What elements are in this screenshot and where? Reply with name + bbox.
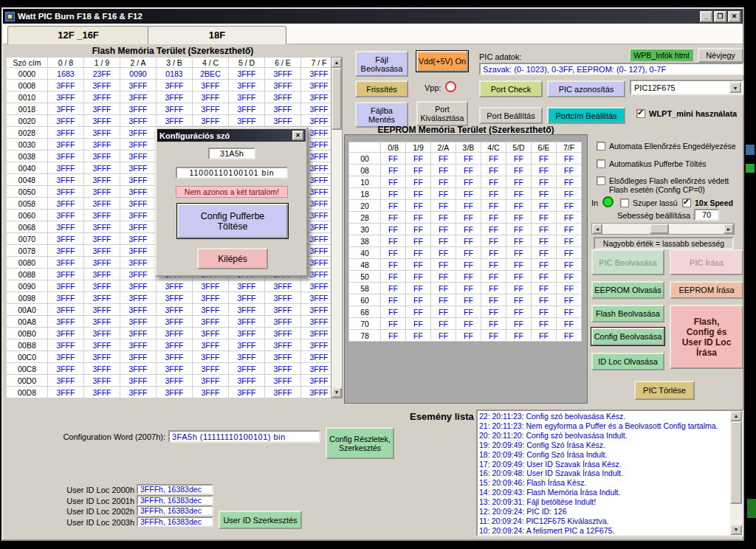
memory-cell[interactable]: 3FFF [84, 139, 120, 151]
memory-cell[interactable]: 3FFF [120, 162, 157, 174]
memory-cell[interactable]: 3FFF [120, 328, 157, 339]
memory-cell[interactable]: FF [532, 188, 557, 200]
memory-cell[interactable]: 3FFF [84, 80, 120, 92]
user-id-field-2001[interactable]: 3FFFh, 16383dec [137, 495, 213, 505]
about-button[interactable]: Névjegy [698, 48, 743, 63]
memory-cell[interactable]: FF [381, 283, 406, 294]
memory-cell[interactable]: 3FFF [193, 328, 229, 339]
memory-cell[interactable]: 3FFF [265, 351, 301, 363]
memory-cell[interactable]: FF [406, 165, 431, 176]
memory-cell[interactable]: FF [456, 259, 481, 271]
memory-cell[interactable]: 3FFF [120, 316, 157, 328]
memory-cell[interactable]: FF [481, 247, 506, 259]
checkbox-box[interactable] [597, 176, 605, 185]
memory-cell[interactable]: 3FFF [48, 174, 84, 186]
memory-cell[interactable]: 3FFF [229, 115, 265, 127]
memory-cell[interactable]: FF [406, 224, 431, 235]
memory-cell[interactable]: FF [481, 306, 506, 318]
memory-cell[interactable]: FF [431, 294, 456, 306]
pic-type-select[interactable]: PIC12F675 ▼ [630, 80, 743, 95]
memory-cell[interactable]: FF [481, 153, 506, 165]
checkbox-box[interactable] [620, 198, 629, 207]
memory-cell[interactable]: 3FFF [48, 257, 84, 269]
memory-cell[interactable]: 3FFF [120, 151, 157, 162]
memory-cell[interactable]: FF [406, 306, 431, 318]
memory-cell[interactable]: 3FFF [120, 198, 157, 210]
memory-cell[interactable]: FF [557, 259, 582, 271]
memory-cell[interactable]: FF [406, 318, 431, 330]
memory-cell[interactable]: FF [557, 188, 582, 200]
event-list-item[interactable]: 20: 20:11:20: Config szó beolvasása Indu… [479, 431, 729, 441]
memory-cell[interactable]: 3FFF [84, 151, 120, 162]
memory-cell[interactable]: 3FFF [84, 339, 120, 351]
checkbox-box[interactable] [682, 198, 691, 207]
memory-cell[interactable]: FF [557, 330, 582, 342]
memory-cell[interactable]: 3FFF [120, 351, 157, 363]
port-check-button[interactable]: Port Check [479, 80, 543, 97]
memory-cell[interactable]: FF [406, 271, 431, 283]
wlpt-mini-checkbox[interactable]: WLPT_mini használata [636, 109, 746, 118]
event-list-item[interactable]: 13: 20:09:31: Fájl betöltése Indult! [479, 497, 729, 507]
tab-12f-16f[interactable]: 12F _16F [7, 26, 149, 44]
memory-cell[interactable]: FF [456, 200, 481, 212]
memory-cell[interactable]: FF [506, 212, 532, 224]
memory-cell[interactable]: 3FFF [120, 339, 157, 351]
memory-cell[interactable]: 0090 [120, 68, 157, 80]
memory-cell[interactable]: FF [506, 200, 532, 212]
memory-cell[interactable]: 3FFF [193, 292, 229, 304]
memory-cell[interactable]: FF [506, 247, 532, 259]
memory-cell[interactable]: 3FFF [84, 162, 120, 174]
memory-cell[interactable]: 3FFF [48, 233, 84, 245]
memory-cell[interactable]: 3FFF [84, 233, 120, 245]
memory-cell[interactable]: 3FFF [229, 351, 265, 363]
memory-cell[interactable]: FF [431, 330, 456, 342]
memory-cell[interactable]: 3FFF [48, 186, 84, 198]
memory-cell[interactable]: 3FFF [48, 292, 84, 304]
memory-cell[interactable]: 3FFF [48, 280, 84, 292]
memory-cell[interactable]: 3FFF [84, 304, 120, 316]
memory-cell[interactable]: 3FFF [193, 92, 229, 103]
memory-cell[interactable]: 3FFF [84, 103, 120, 115]
memory-cell[interactable]: 3FFF [120, 375, 157, 387]
checkbox-box[interactable] [636, 109, 645, 118]
memory-cell[interactable]: 3FFF [120, 115, 157, 127]
memory-cell[interactable]: FF [532, 153, 557, 165]
memory-cell[interactable]: 3FFF [84, 198, 120, 210]
memory-cell[interactable]: FF [557, 271, 582, 283]
memory-cell[interactable]: 3FFF [48, 339, 84, 351]
pic-write-button[interactable]: PIC Írása [670, 249, 743, 275]
memory-cell[interactable]: FF [557, 200, 582, 212]
memory-cell[interactable]: FF [431, 306, 456, 318]
memory-cell[interactable]: FF [557, 153, 582, 165]
memory-cell[interactable]: 3FFF [193, 115, 229, 127]
event-list-item[interactable]: 18: 20:09:49: Config Szó Írása Indult. [479, 450, 729, 460]
memory-cell[interactable]: 3FFF [120, 280, 157, 292]
memory-cell[interactable]: 3FFF [157, 80, 193, 92]
chevron-down-icon[interactable]: ▼ [729, 82, 741, 93]
memory-cell[interactable]: 3FFF [229, 375, 265, 387]
memory-cell[interactable]: 3FFF [193, 304, 229, 316]
memory-cell[interactable]: 3FFF [193, 103, 229, 115]
speed-10x-checkbox[interactable]: 10x Speed [682, 198, 741, 207]
memory-cell[interactable]: FF [381, 318, 406, 330]
primary-flash-checkbox[interactable]: Elsődleges Flash ellenőrzés védett Flash… [597, 176, 744, 194]
memory-cell[interactable]: 3FFF [229, 280, 265, 292]
memory-cell[interactable]: FF [506, 259, 532, 271]
config-word-field[interactable]: 3FA5h (11111110100101) bin [168, 430, 320, 443]
memory-cell[interactable]: 3FFF [84, 328, 120, 339]
dialog-bin-field[interactable]: 11000110100101 bin [176, 167, 288, 179]
memory-cell[interactable]: 3FFF [120, 304, 157, 316]
memory-cell[interactable]: 3FFF [48, 387, 84, 398]
memory-cell[interactable]: FF [481, 283, 506, 294]
memory-cell[interactable]: 3FFF [84, 375, 120, 387]
auto-check-checkbox[interactable]: Automata Ellenőrzés Engedélyezése [597, 142, 744, 151]
memory-cell[interactable]: FF [406, 235, 431, 247]
memory-cell[interactable]: 0183 [157, 68, 193, 80]
memory-cell[interactable]: 3FFF [265, 292, 301, 304]
memory-cell[interactable]: 3FFF [229, 387, 265, 398]
memory-cell[interactable]: 3FFF [84, 245, 120, 257]
memory-cell[interactable]: FF [456, 283, 481, 294]
auto-buffer-checkbox[interactable]: Automatikus Pufferbe Töltés [597, 159, 744, 168]
memory-cell[interactable]: 3FFF [48, 103, 84, 115]
memory-cell[interactable]: FF [481, 259, 506, 271]
